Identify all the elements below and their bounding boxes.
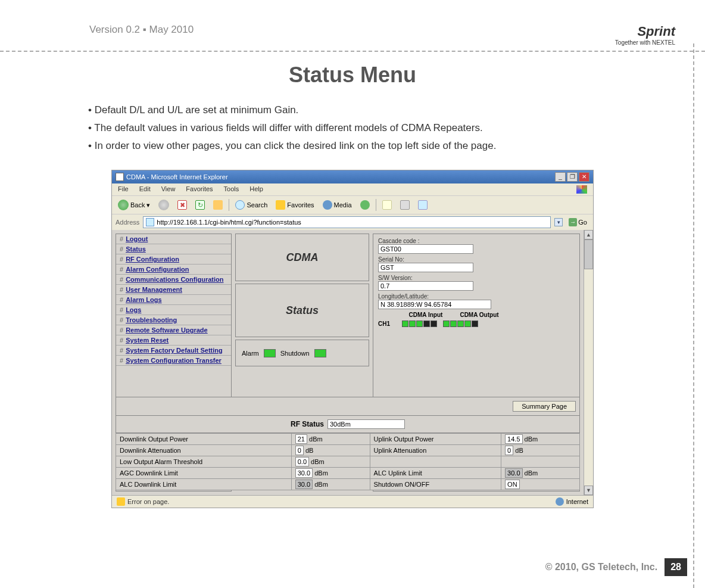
nav-item[interactable]: #Alarm Logs xyxy=(116,295,231,305)
forward-button[interactable] xyxy=(156,198,171,211)
scroll-down-icon[interactable]: ▼ xyxy=(584,486,593,495)
table-row: ALC Downlink Limit30.0 dBmShutdown ON/OF… xyxy=(116,479,580,490)
alarm-panel: Alarm Shutdown xyxy=(235,340,369,366)
nav-item[interactable]: #Logs xyxy=(116,305,231,315)
address-input[interactable]: http://192.168.1.1/cgi-bin/html.cgi?func… xyxy=(143,216,551,228)
go-label: Go xyxy=(578,219,587,226)
nav-link[interactable]: Status xyxy=(126,245,146,253)
refresh-button[interactable]: ↻ xyxy=(193,199,207,211)
table-row: Downlink Attenuation0 dBUplink Attenuati… xyxy=(116,445,580,456)
nav-link[interactable]: Logs xyxy=(126,306,141,313)
back-button[interactable]: Back ▾ xyxy=(116,198,152,211)
media-button[interactable]: Media xyxy=(320,199,354,211)
cdma-output-header: CDMA Output xyxy=(456,312,503,318)
stop-button[interactable]: ✖ xyxy=(175,199,189,211)
address-url: http://192.168.1.1/cgi-bin/html.cgi?func… xyxy=(157,219,301,226)
nav-item[interactable]: #User Management xyxy=(116,285,231,295)
ie-window-title: CDMA - Microsoft Internet Explorer xyxy=(126,173,228,181)
ie-titlebar: CDMA - Microsoft Internet Explorer _ ❐ ✕ xyxy=(112,170,593,183)
ie-app-icon xyxy=(116,173,124,181)
close-button[interactable]: ✕ xyxy=(579,172,589,182)
alarm-led xyxy=(264,349,276,357)
divider xyxy=(0,51,705,52)
windows-flag-icon xyxy=(576,185,587,194)
sw-value[interactable]: 0.7 xyxy=(378,281,473,291)
nav-item[interactable]: #Troubleshooting xyxy=(116,315,231,325)
nav-link[interactable]: Remote Software Upgrade xyxy=(126,326,208,334)
address-dropdown[interactable]: ▾ xyxy=(554,218,563,226)
scroll-thumb[interactable] xyxy=(584,239,593,269)
menu-edit[interactable]: Edit xyxy=(139,185,151,194)
vertical-scrollbar[interactable]: ▲ ▼ xyxy=(584,230,593,495)
print-button[interactable] xyxy=(398,199,412,211)
bullet-item: • The default values in various fields w… xyxy=(88,122,705,134)
menu-favorites[interactable]: Favorites xyxy=(186,185,213,194)
maximize-button[interactable]: ❐ xyxy=(567,172,578,182)
serial-value[interactable]: GST xyxy=(378,263,473,272)
menu-tools[interactable]: Tools xyxy=(224,185,239,194)
cell-value: 30.0 dBm xyxy=(501,468,580,479)
lower-section: Summary Page RF Status 30dBm Downlink Ou… xyxy=(116,397,580,490)
cell-label: Uplink Attenuation xyxy=(370,445,501,456)
nav-link[interactable]: RF Configuration xyxy=(126,256,179,263)
menu-view[interactable]: View xyxy=(161,185,176,194)
minimize-button[interactable]: _ xyxy=(555,172,566,182)
cell-label: ALC Uplink Limit xyxy=(370,468,501,479)
cdma-heading: CDMA xyxy=(235,234,369,281)
go-button[interactable]: →Go xyxy=(566,217,589,227)
search-button[interactable]: Search xyxy=(233,199,270,211)
logo-main: Sprint xyxy=(615,24,675,39)
cell-value: 0 dB xyxy=(501,445,580,456)
ch1-label: CH1 xyxy=(378,321,396,327)
shutdown-label: Shutdown xyxy=(280,350,310,357)
nav-item[interactable]: #System Reset xyxy=(116,335,231,346)
nav-link[interactable]: Logout xyxy=(126,235,148,242)
mail-button[interactable] xyxy=(380,199,394,211)
cell-empty xyxy=(370,456,501,468)
table-row: AGC Downlink Limit30.0 dBmALC Uplink Lim… xyxy=(116,468,580,479)
cell-label: Low Output Alarm Threshold xyxy=(116,456,292,468)
cascade-value[interactable]: GST00 xyxy=(378,244,473,254)
nav-item[interactable]: #Remote Software Upgrade xyxy=(116,325,231,335)
nav-item[interactable]: #Communications Configuration xyxy=(116,275,231,285)
hash-icon: # xyxy=(120,337,123,344)
cell-label: AGC Downlink Limit xyxy=(116,468,292,479)
home-button[interactable] xyxy=(211,199,225,211)
media-icon xyxy=(323,200,332,210)
ch1-input-leds xyxy=(402,321,437,327)
nav-item[interactable]: #System Configuration Transfer xyxy=(116,356,231,366)
nav-item[interactable]: #Logout xyxy=(116,234,231,244)
nav-link[interactable]: System Configuration Transfer xyxy=(126,357,222,364)
cell-label: Downlink Output Power xyxy=(116,434,292,445)
lonlat-value[interactable]: N 38.91889:W 94.65784 xyxy=(378,300,491,309)
nav-item[interactable]: #Status xyxy=(116,244,231,254)
status-heading: Status xyxy=(235,284,369,337)
ie-address-bar: Address http://192.168.1.1/cgi-bin/html.… xyxy=(112,214,593,230)
hash-icon: # xyxy=(120,306,123,313)
nav-item[interactable]: #RF Configuration xyxy=(116,254,231,265)
cell-value: 30.0 dBm xyxy=(291,468,370,479)
nav-link[interactable]: Communications Configuration xyxy=(126,276,223,283)
menu-file[interactable]: File xyxy=(118,185,129,194)
serial-label: Serial No: xyxy=(378,256,575,263)
nav-link[interactable]: System Factory Default Setting xyxy=(126,347,223,354)
favorites-button[interactable]: Favorites xyxy=(273,199,316,211)
edit-button[interactable] xyxy=(416,199,430,211)
bullet-list: • Default D/L and U/L are set at minimum… xyxy=(88,104,705,152)
forward-icon xyxy=(158,200,169,210)
scroll-up-icon[interactable]: ▲ xyxy=(584,230,593,239)
nav-link[interactable]: Alarm Logs xyxy=(126,296,162,303)
summary-page-button[interactable]: Summary Page xyxy=(513,401,576,412)
nav-link[interactable]: User Management xyxy=(126,286,182,293)
nav-link[interactable]: Alarm Configuration xyxy=(126,266,189,273)
nav-link[interactable]: Troubleshooting xyxy=(126,316,177,323)
ie-content: #Logout#Status#RF Configuration#Alarm Co… xyxy=(112,230,593,495)
rf-status-value[interactable]: 30dBm xyxy=(327,419,405,429)
nav-item[interactable]: #Alarm Configuration xyxy=(116,265,231,275)
hash-icon: # xyxy=(120,245,123,253)
history-button[interactable] xyxy=(358,199,372,211)
menu-help[interactable]: Help xyxy=(249,185,263,194)
nav-link[interactable]: System Reset xyxy=(126,337,169,344)
nav-item[interactable]: #System Factory Default Setting xyxy=(116,346,231,356)
rf-table: Downlink Output Power21 dBmUplink Output… xyxy=(116,433,580,490)
